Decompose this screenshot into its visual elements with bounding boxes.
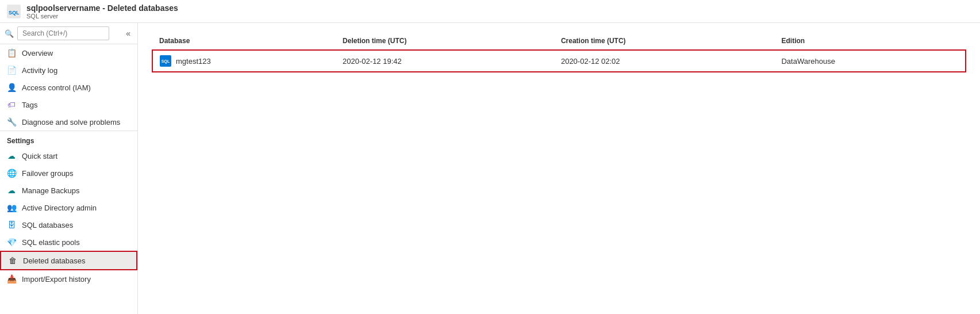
table-cell-database: SQL mgtest123 — [152, 50, 336, 72]
sql-databases-icon: 🗄 — [7, 220, 16, 229]
sidebar-item-label: SQL elastic pools — [22, 238, 80, 247]
access-control-icon: 👤 — [7, 83, 16, 92]
active-directory-icon: 👥 — [7, 203, 16, 212]
column-header-deletion-time: Deletion time (UTC) — [336, 32, 554, 50]
sidebar-item-active-directory[interactable]: 👥 Active Directory admin — [0, 199, 137, 216]
sidebar-item-quick-start[interactable]: ☁ Quick start — [0, 147, 137, 164]
sidebar-item-manage-backups[interactable]: ☁ Manage Backups — [0, 182, 137, 199]
sidebar-item-overview[interactable]: 📋 Overview — [0, 44, 137, 62]
sidebar-item-failover-groups[interactable]: 🌐 Failover groups — [0, 164, 137, 182]
deleted-databases-table: Database Deletion time (UTC) Creation ti… — [152, 32, 966, 72]
table-row[interactable]: SQL mgtest123 2020-02-12 19:42 2020-02-1… — [152, 50, 966, 72]
deleted-databases-table-container: Database Deletion time (UTC) Creation ti… — [152, 32, 966, 72]
page-title: sqlpoolservername - Deleted databases — [26, 3, 178, 13]
sidebar-item-sql-databases[interactable]: 🗄 SQL databases — [0, 216, 137, 233]
collapse-button[interactable]: « — [124, 28, 133, 39]
tags-icon: 🏷 — [7, 100, 16, 109]
deleted-databases-icon: 🗑 — [8, 256, 17, 265]
sidebar-item-label: Failover groups — [22, 169, 74, 178]
sidebar-item-access-control[interactable]: 👤 Access control (IAM) — [0, 79, 137, 96]
sidebar-item-label: Access control (IAM) — [22, 83, 91, 92]
sql-db-icon: SQL — [160, 55, 171, 67]
column-header-edition: Edition — [774, 32, 966, 50]
manage-backups-icon: ☁ — [7, 186, 16, 195]
sidebar-item-deleted-databases[interactable]: 🗑 Deleted databases — [0, 251, 137, 270]
sidebar-item-label: Deleted databases — [23, 256, 85, 265]
sidebar-item-import-export-history[interactable]: 📥 Import/Export history — [0, 270, 137, 288]
search-box: 🔍 « — [0, 23, 137, 44]
sidebar-item-activity-log[interactable]: 📄 Activity log — [0, 62, 137, 79]
main-layout: 🔍 « 📋 Overview 📄 Activity log 👤 Access c… — [0, 23, 980, 314]
sidebar-item-label: SQL databases — [22, 221, 73, 229]
sidebar: 🔍 « 📋 Overview 📄 Activity log 👤 Access c… — [0, 23, 138, 314]
diagnose-icon: 🔧 — [7, 117, 16, 127]
search-icon: 🔍 — [5, 29, 14, 38]
sidebar-item-label: Import/Export history — [22, 275, 91, 284]
table-cell-creation-time: 2020-02-12 02:02 — [554, 50, 775, 72]
quick-start-icon: ☁ — [7, 151, 16, 160]
sidebar-item-label: Active Directory admin — [22, 204, 97, 212]
sidebar-item-label: Tags — [22, 101, 37, 109]
sidebar-item-diagnose[interactable]: 🔧 Diagnose and solve problems — [0, 113, 137, 131]
activity-log-icon: 📄 — [7, 66, 16, 75]
sql-elastic-pools-icon: 💎 — [7, 238, 16, 247]
search-input[interactable] — [17, 26, 109, 40]
import-export-history-icon: 📥 — [7, 274, 16, 284]
settings-section-header: Settings — [0, 131, 137, 147]
table-cell-edition: DataWarehouse — [774, 50, 966, 72]
overview-icon: 📋 — [7, 48, 16, 58]
content-area: Database Deletion time (UTC) Creation ti… — [138, 23, 980, 314]
top-bar: SQL sqlpoolservername - Deleted database… — [0, 0, 980, 23]
sidebar-item-label: Activity log — [22, 66, 57, 75]
sql-server-icon: SQL — [7, 5, 21, 18]
column-header-database: Database — [152, 32, 336, 50]
sidebar-item-label: Diagnose and solve problems — [22, 118, 120, 127]
failover-groups-icon: 🌐 — [7, 169, 16, 178]
table-cell-deletion-time: 2020-02-12 19:42 — [336, 50, 554, 72]
sidebar-item-tags[interactable]: 🏷 Tags — [0, 96, 137, 113]
page-subtitle: SQL server — [26, 13, 178, 20]
sidebar-item-label: Quick start — [22, 152, 57, 160]
sidebar-item-sql-elastic-pools[interactable]: 💎 SQL elastic pools — [0, 233, 137, 251]
sidebar-scroll: 📋 Overview 📄 Activity log 👤 Access contr… — [0, 44, 137, 314]
sidebar-item-label: Overview — [22, 49, 53, 58]
sidebar-item-label: Manage Backups — [22, 186, 79, 195]
column-header-creation-time: Creation time (UTC) — [554, 32, 775, 50]
svg-text:SQL: SQL — [9, 10, 20, 16]
